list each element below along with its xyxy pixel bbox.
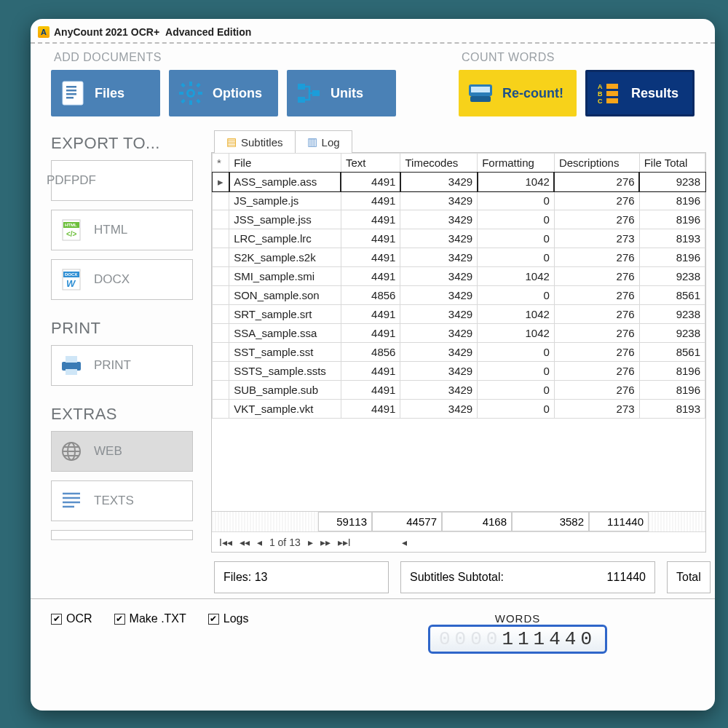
gear-icon: [178, 80, 204, 106]
table-row[interactable]: S2K_sample.s2k4491342902768196: [213, 248, 705, 267]
col-total[interactable]: File Total: [639, 154, 705, 173]
extras-heading: EXTRAS: [51, 405, 211, 424]
svg-rect-1: [66, 86, 76, 88]
svg-rect-7: [189, 100, 192, 105]
table-row[interactable]: SUB_sample.sub4491342902768196: [213, 381, 705, 400]
svg-rect-9: [198, 92, 202, 95]
pager-prevpage[interactable]: ◂◂: [240, 537, 250, 548]
options-label: Options: [213, 86, 262, 101]
col-file[interactable]: File: [229, 154, 341, 173]
extras-more-button[interactable]: [51, 530, 193, 540]
units-button[interactable]: Units: [287, 70, 396, 116]
status-files: Files: 13: [214, 561, 389, 593]
checkbox-logs-label: Logs: [223, 612, 249, 625]
check-icon: ✔: [114, 614, 125, 625]
checkbox-make-txt-label: Make .TXT: [130, 612, 186, 625]
table-row[interactable]: JSS_sample.jss4491342902768196: [213, 210, 705, 229]
pager-first[interactable]: I◂◂: [219, 537, 232, 548]
ribbon: ADD DOCUMENTS Files Options: [31, 44, 715, 116]
checkbox-ocr[interactable]: ✔ OCR: [51, 612, 92, 625]
totals-row: 59113 44577 4168 3582 111440: [212, 511, 705, 531]
table-row[interactable]: SRT_sample.srt4491342910422769238: [213, 305, 705, 324]
pager-nextpage[interactable]: ▸▸: [320, 537, 331, 548]
check-icon: ✔: [51, 614, 62, 625]
table-row[interactable]: SSA_sample.ssa4491342910422769238: [213, 324, 705, 343]
table-row[interactable]: LRC_sample.lrc4491342902738193: [213, 229, 705, 248]
pager-next[interactable]: ▸: [308, 537, 313, 548]
printer-icon: [59, 353, 84, 378]
print-heading: PRINT: [51, 319, 211, 338]
export-heading: EXPORT TO...: [51, 134, 211, 153]
svg-rect-16: [298, 97, 305, 103]
main-panel: ▤ Subtitles ▥ Log * File Text Timecodes: [211, 130, 715, 582]
table-row[interactable]: SON_sample.son4856342902768561: [213, 286, 705, 305]
print-button[interactable]: PRINT: [51, 345, 193, 386]
tab-subtitles[interactable]: ▤ Subtitles: [214, 130, 296, 153]
table-row[interactable]: JS_sample.js4491342902768196: [213, 191, 705, 210]
table-row[interactable]: VKT_sample.vkt4491342902738193: [213, 400, 705, 419]
export-docx-button[interactable]: DOCXW DOCX: [51, 259, 193, 300]
extras-texts-button[interactable]: TEXTS: [51, 480, 193, 521]
html-icon: HTML</>: [59, 218, 84, 242]
results-table[interactable]: * File Text Timecodes Formatting Descrip…: [212, 153, 705, 419]
svg-text:W: W: [66, 278, 76, 289]
svg-point-14: [189, 91, 193, 95]
pdf-icon: PDF PDF: [59, 168, 84, 193]
tab-log[interactable]: ▥ Log: [295, 130, 352, 153]
files-icon: [60, 80, 86, 106]
col-formatting[interactable]: Formatting: [478, 154, 555, 173]
checkbox-logs[interactable]: ✔ Logs: [208, 612, 249, 625]
pager-scroll-left[interactable]: ◂: [402, 537, 407, 548]
status-boxes: Files: 13 Subtitles Subtotal: 111440 Tot…: [214, 561, 715, 593]
export-html-button[interactable]: HTML</> HTML: [51, 210, 193, 250]
total-formatting: 4168: [442, 512, 512, 531]
total-text: 59113: [318, 512, 372, 531]
svg-rect-3: [66, 93, 76, 95]
ribbon-label-count: COUNT WORDS: [462, 51, 695, 64]
pager-last[interactable]: ▸▸I: [338, 537, 351, 548]
extras-web-button[interactable]: WEB: [51, 431, 193, 472]
col-timecodes[interactable]: Timecodes: [400, 154, 478, 173]
recount-button[interactable]: Re-count!: [459, 70, 577, 116]
svg-text:DOCX: DOCX: [65, 272, 77, 277]
globe-icon: [59, 439, 84, 464]
files-button[interactable]: Files: [51, 70, 160, 116]
ribbon-group-count: COUNT WORDS Re-count! ABC Results: [459, 48, 695, 116]
chat-icon: ▤: [226, 135, 237, 149]
status-subtotal: Subtitles Subtotal: 111440: [400, 561, 655, 593]
export-pdf-button[interactable]: PDF PDF: [51, 160, 193, 201]
print-label: PRINT: [94, 358, 131, 373]
pager-prev[interactable]: ◂: [257, 537, 262, 548]
sidebar: EXPORT TO... PDF PDF HTML</> HTML DOCXW …: [51, 130, 211, 582]
words-value: 111440: [502, 628, 596, 650]
svg-rect-4: [66, 97, 74, 99]
checkbox-ocr-label: OCR: [66, 612, 92, 625]
svg-text:HTML: HTML: [65, 223, 77, 227]
extras-web-label: WEB: [94, 444, 122, 459]
svg-rect-13: [196, 99, 200, 103]
results-button[interactable]: ABC Results: [585, 70, 695, 116]
svg-text:C: C: [598, 98, 603, 105]
svg-rect-15: [298, 84, 305, 90]
svg-rect-10: [181, 83, 185, 87]
col-text[interactable]: Text: [341, 154, 400, 173]
options-button[interactable]: Options: [169, 70, 278, 116]
export-pdf-label: PDF: [71, 173, 96, 188]
svg-rect-37: [66, 369, 77, 375]
export-docx-label: DOCX: [94, 272, 130, 287]
svg-text:A: A: [598, 83, 603, 90]
ribbon-label-add: ADD DOCUMENTS: [54, 51, 396, 64]
docx-icon: DOCXW: [59, 267, 84, 292]
table-row[interactable]: SST_sample.sst4856342902768561: [213, 343, 705, 362]
footer: ✔ OCR ✔ Make .TXT ✔ Logs WORDS 000011144…: [31, 598, 715, 654]
table-row[interactable]: ▸ASS_sample.ass4491342910422769238: [213, 173, 705, 191]
words-display: WORDS 0000111440: [428, 612, 607, 654]
checkbox-make-txt[interactable]: ✔ Make .TXT: [114, 612, 186, 625]
col-descriptions[interactable]: Descriptions: [554, 154, 639, 173]
results-icon: ABC: [596, 80, 622, 106]
table-row[interactable]: SSTS_sample.ssts4491342902768196: [213, 362, 705, 381]
svg-rect-6: [189, 82, 192, 86]
pager: I◂◂ ◂◂ ◂ 1 of 13 ▸ ▸▸ ▸▸I ◂: [212, 531, 705, 552]
grid: * File Text Timecodes Formatting Descrip…: [211, 152, 706, 553]
table-row[interactable]: SMI_sample.smi4491342910422769238: [213, 267, 705, 286]
